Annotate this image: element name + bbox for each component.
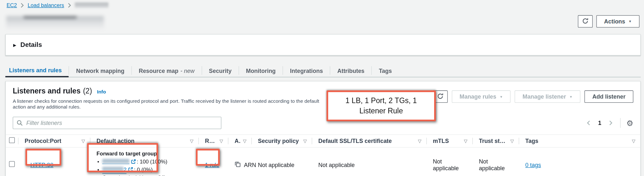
refresh-icon [437, 93, 443, 101]
tab-bar: Listeners and rules Network mapping Reso… [5, 64, 641, 77]
panel-description: A listener checks for connection request… [13, 98, 325, 110]
expand-arrow-icon: ▶ [13, 42, 16, 47]
arn-label: ARN [244, 161, 256, 168]
tab-label: Listeners and rules [9, 67, 62, 73]
listeners-table: Protocol:Port▽ Default action▽ Rules▽ AR… [6, 135, 640, 176]
listeners-and-rules-panel: Listeners and rules (2) Info A listener … [5, 81, 641, 176]
sort-icon[interactable]: ▽ [510, 138, 514, 144]
stickiness-text: Group-level stickiness: Off [102, 175, 165, 176]
details-expander[interactable]: ▶ Details [5, 34, 641, 56]
manage-listener-button[interactable]: Manage listener ▼ [515, 91, 580, 103]
chevron-down-icon: ▼ [500, 95, 503, 99]
target-group-2-item: 2: 0 (0%) [97, 166, 193, 174]
actions-button-label: Actions [604, 18, 625, 24]
refresh-listeners-button[interactable] [433, 91, 448, 103]
sort-icon[interactable]: ▽ [418, 138, 421, 144]
forward-title: Forward to target group [97, 150, 193, 156]
tab-label: Integrations [290, 67, 323, 74]
info-link[interactable]: Info [97, 89, 106, 94]
external-link-icon [128, 167, 133, 173]
default-action-cell: Forward to target group : 100 (100%) 2: … [90, 147, 198, 176]
sort-icon[interactable]: ▽ [464, 138, 468, 144]
tab-label: Attributes [337, 67, 365, 74]
target-group-1-item: : 100 (100%) [97, 158, 193, 166]
filter-listeners-input[interactable] [13, 117, 221, 129]
tab-network-mapping[interactable]: Network mapping [69, 64, 132, 77]
tab-resource-map[interactable]: Resource map- new [132, 64, 202, 77]
row-checkbox[interactable] [9, 161, 15, 167]
breadcrumb-current-redacted [75, 3, 108, 8]
panel-titles: Listeners and rules (2) Info A listener … [13, 87, 325, 110]
column-ssl-certificate: Default SSL/TLS certificate [318, 138, 392, 144]
pagination-divider [620, 118, 621, 128]
column-security-policy: Security policy [258, 138, 299, 144]
actions-button[interactable]: Actions ▼ [596, 15, 640, 27]
column-rules: Rules [205, 138, 217, 144]
tab-label: Network mapping [76, 67, 124, 74]
search-box [13, 117, 221, 129]
tab-attributes[interactable]: Attributes [330, 64, 371, 77]
page-actions: Actions ▼ [578, 15, 640, 27]
target-group-2-name-suffix: 2 [124, 166, 126, 173]
select-all-checkbox[interactable] [9, 137, 15, 143]
filter-row: 1 ⚙ [6, 117, 640, 129]
breadcrumb: EC2 Load balancers [6, 2, 108, 8]
sort-icon[interactable]: ▽ [303, 138, 307, 144]
ssl-certificate-value: Not applicable [318, 161, 355, 168]
pagination: 1 ⚙ [585, 118, 633, 128]
tab-listeners-and-rules[interactable]: Listeners and rules [5, 64, 69, 77]
search-icon [16, 119, 23, 128]
manage-listener-label: Manage listener [523, 93, 566, 100]
sort-icon[interactable]: ▽ [243, 138, 246, 144]
tags-link[interactable]: 0 tags [525, 161, 541, 168]
column-arn: ARN [235, 138, 241, 144]
chevron-down-icon: ▼ [629, 20, 632, 23]
previous-page-button[interactable] [585, 119, 592, 127]
tab-monitoring[interactable]: Monitoring [239, 64, 283, 77]
sort-icon[interactable]: ▽ [82, 138, 85, 144]
mtls-value: Not applicable [433, 158, 459, 171]
listener-row: HTTP:90 Forward to target group : 100 (1… [6, 147, 640, 176]
tab-tags[interactable]: Tags [372, 64, 399, 77]
target-group-1-weight: : 100 (100%) [137, 159, 167, 165]
aws-console-page: EC2 Load balancers Actions ▼ ▶ Details L… [0, 0, 644, 176]
target-group-1-link[interactable] [102, 159, 129, 164]
panel-title: Listeners and rules [13, 87, 81, 95]
breadcrumb-load-balancers[interactable]: Load balancers [28, 2, 64, 8]
listener-protocol-port-link[interactable]: HTTP:90 [30, 161, 54, 168]
chevron-down-icon: ▼ [569, 95, 572, 99]
target-group-2-name-redacted [102, 167, 124, 172]
tab-security[interactable]: Security [202, 64, 238, 77]
sort-icon[interactable]: ▽ [632, 138, 635, 144]
security-policy-value: Not applicable [258, 161, 295, 168]
refresh-button[interactable] [578, 15, 593, 27]
table-header-row: Protocol:Port▽ Default action▽ Rules▽ AR… [6, 135, 640, 147]
target-group-2-link[interactable]: 2 [102, 166, 127, 174]
column-default-action: Default action [97, 138, 135, 144]
tab-new-badge: - new [180, 67, 194, 74]
details-label: Details [21, 41, 42, 48]
current-page[interactable]: 1 [597, 119, 603, 126]
sort-icon[interactable]: ▽ [219, 138, 223, 144]
breadcrumb-ec2[interactable]: EC2 [6, 2, 17, 8]
tab-label: Resource map [139, 67, 178, 74]
next-page-button[interactable] [607, 119, 614, 127]
redaction-smudge [23, 16, 77, 19]
tab-label: Security [209, 67, 232, 74]
rules-link[interactable]: 1 rule [205, 161, 219, 168]
chevron-right-icon [68, 3, 71, 7]
table-preferences-gear-icon[interactable]: ⚙ [626, 119, 633, 127]
listener-count: (2) [83, 87, 92, 95]
copy-icon [235, 161, 241, 168]
page-title-redacted [6, 16, 104, 29]
column-mtls: mTLS [433, 138, 449, 144]
manage-rules-button[interactable]: Manage rules ▼ [452, 91, 511, 103]
add-listener-button[interactable]: Add listener [585, 91, 633, 103]
copy-arn-button[interactable] [235, 161, 241, 168]
external-link-icon [131, 159, 136, 165]
tab-integrations[interactable]: Integrations [283, 64, 330, 77]
sort-icon[interactable]: ▽ [190, 138, 193, 144]
target-group-1-name-redacted [102, 159, 129, 164]
column-protocol-port: Protocol:Port [25, 138, 62, 144]
column-trust-store: Trust store [479, 138, 508, 144]
